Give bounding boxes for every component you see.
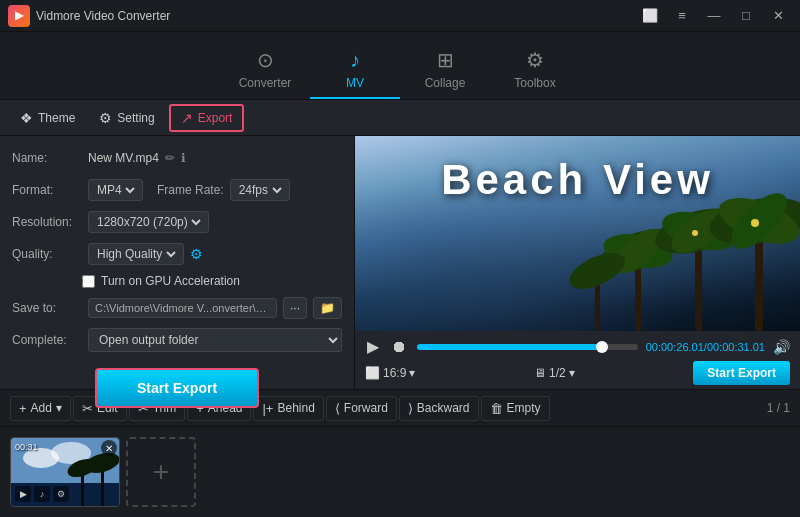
stop-button[interactable]: ⏺ <box>389 336 409 358</box>
start-export-small-button[interactable]: Start Export <box>693 361 790 385</box>
quality-dropdown[interactable]: High Quality <box>93 246 179 262</box>
complete-select[interactable]: Open output folder <box>88 328 342 352</box>
gpu-row: Turn on GPU Acceleration <box>82 274 342 288</box>
close-button[interactable]: ✕ <box>764 5 792 27</box>
setting-label: Setting <box>117 111 154 125</box>
main-content: Name: New MV.mp4 ✏ ℹ Format: MP4 Frame R… <box>0 136 800 389</box>
info-icon[interactable]: ℹ <box>181 151 186 165</box>
chat-button[interactable]: ⬜ <box>636 5 664 27</box>
format-label: Format: <box>12 183 82 197</box>
page-selector-button[interactable]: 🖥 1/2 ▾ <box>534 366 575 380</box>
page-label: 1/2 <box>549 366 566 380</box>
forward-label: Forward <box>344 401 388 415</box>
title-bar: ▶ Vidmore Video Converter ⬜ ≡ — □ ✕ <box>0 0 800 32</box>
clip-settings-icon: ⚙ <box>53 486 69 502</box>
more-options-button[interactable]: ··· <box>283 297 307 319</box>
name-label: Name: <box>12 151 82 165</box>
right-panel: Beach View <box>355 136 800 389</box>
browse-button[interactable]: 📁 <box>313 297 342 319</box>
video-controls: ▶ ⏺ 00:00:26.01/00:00:31.01 🔊 ⬜ 16:9 ▾ <box>355 331 800 389</box>
mv-icon: ♪ <box>350 49 360 72</box>
format-select[interactable]: MP4 <box>88 179 143 201</box>
complete-row: Complete: Open output folder <box>12 328 342 352</box>
backward-label: Backward <box>417 401 470 415</box>
tab-toolbox-label: Toolbox <box>514 76 555 90</box>
tab-mv[interactable]: ♪ MV <box>310 41 400 99</box>
time-display: 00:00:26.01/00:00:31.01 <box>646 341 765 353</box>
clip-duration: 00:31 <box>15 442 38 452</box>
aspect-ratio-button[interactable]: ⬜ 16:9 ▾ <box>365 366 415 380</box>
clip-audio-icon: ♪ <box>34 486 50 502</box>
theme-button[interactable]: ❖ Theme <box>10 106 85 130</box>
title-bar-controls: ⬜ ≡ — □ ✕ <box>636 5 792 27</box>
name-value: New MV.mp4 <box>88 151 159 165</box>
toolbox-icon: ⚙ <box>526 48 544 72</box>
timeline-page-count: 1 / 1 <box>767 401 790 415</box>
progress-fill <box>417 344 602 350</box>
export-button[interactable]: ↗ Export <box>169 104 245 132</box>
empty-label: Empty <box>507 401 541 415</box>
theme-label: Theme <box>38 111 75 125</box>
tab-converter[interactable]: ⊙ Converter <box>220 41 310 99</box>
clip-close-button[interactable]: ✕ <box>101 440 117 456</box>
theme-icon: ❖ <box>20 110 33 126</box>
progress-row: ▶ ⏺ 00:00:26.01/00:00:31.01 🔊 <box>365 335 790 358</box>
backward-icon: ⟩ <box>408 401 413 416</box>
setting-button[interactable]: ⚙ Setting <box>89 106 164 130</box>
quality-label: Quality: <box>12 247 82 261</box>
timeline-clip-1[interactable]: 00:31 ✕ ▶ ♪ ⚙ <box>10 437 120 507</box>
progress-bar[interactable] <box>417 344 638 350</box>
resolution-select[interactable]: 1280x720 (720p) <box>88 211 209 233</box>
backward-button[interactable]: ⟩ Backward <box>399 396 479 421</box>
aspect-ratio-icon: ⬜ <box>365 366 380 380</box>
clip-play-icon: ▶ <box>15 486 31 502</box>
gpu-checkbox[interactable] <box>82 275 95 288</box>
left-panel: Name: New MV.mp4 ✏ ℹ Format: MP4 Frame R… <box>0 136 355 389</box>
frame-rate-dropdown[interactable]: 24fps <box>235 182 285 198</box>
save-path: C:\Vidmore\Vidmore V...onverter\MV Expor… <box>88 298 277 318</box>
resolution-dropdown[interactable]: 1280x720 (720p) <box>93 214 204 230</box>
tab-collage[interactable]: ⊞ Collage <box>400 41 490 99</box>
gpu-label: Turn on GPU Acceleration <box>101 274 240 288</box>
edit-icon[interactable]: ✏ <box>165 151 175 165</box>
svg-point-14 <box>751 219 759 227</box>
play-button[interactable]: ▶ <box>365 335 381 358</box>
save-label: Save to: <box>12 301 82 315</box>
aspect-ratio-chevron: ▾ <box>409 366 415 380</box>
page-icon: 🖥 <box>534 366 546 380</box>
video-preview: Beach View <box>355 136 800 331</box>
tab-bar: ⊙ Converter ♪ MV ⊞ Collage ⚙ Toolbox <box>0 32 800 100</box>
empty-button[interactable]: 🗑 Empty <box>481 396 550 421</box>
converter-icon: ⊙ <box>257 48 274 72</box>
quality-gear-button[interactable]: ⚙ <box>190 246 203 262</box>
frame-rate-select[interactable]: 24fps <box>230 179 290 201</box>
start-export-button[interactable]: Start Export <box>95 368 259 408</box>
aspect-ratio-label: 16:9 <box>383 366 406 380</box>
minimize-button[interactable]: — <box>700 5 728 27</box>
quality-select[interactable]: High Quality <box>88 243 184 265</box>
menu-button[interactable]: ≡ <box>668 5 696 27</box>
add-clip-button[interactable]: + <box>126 437 196 507</box>
empty-icon: 🗑 <box>490 401 503 416</box>
maximize-button[interactable]: □ <box>732 5 760 27</box>
format-dropdown[interactable]: MP4 <box>93 182 138 198</box>
sub-toolbar: ❖ Theme ⚙ Setting ↗ Export <box>0 100 800 136</box>
progress-thumb[interactable] <box>596 341 608 353</box>
tab-toolbox[interactable]: ⚙ Toolbox <box>490 41 580 99</box>
svg-point-15 <box>692 230 698 236</box>
frame-rate-label: Frame Rate: <box>157 183 224 197</box>
tab-mv-label: MV <box>346 76 364 90</box>
complete-label: Complete: <box>12 333 82 347</box>
palm-trees-decoration <box>355 171 800 331</box>
title-bar-left: ▶ Vidmore Video Converter <box>8 5 170 27</box>
resolution-label: Resolution: <box>12 215 82 229</box>
quality-row: Quality: High Quality ⚙ <box>12 242 342 266</box>
save-row: Save to: C:\Vidmore\Vidmore V...onverter… <box>12 296 342 320</box>
start-export-area: ➜ Start Export <box>12 368 342 408</box>
app-logo: ▶ <box>8 5 30 27</box>
timeline: 00:31 ✕ ▶ ♪ ⚙ + <box>0 427 800 517</box>
setting-icon: ⚙ <box>99 110 112 126</box>
volume-button[interactable]: 🔊 <box>773 339 790 355</box>
resolution-row: Resolution: 1280x720 (720p) <box>12 210 342 234</box>
title-bar-title: Vidmore Video Converter <box>36 9 170 23</box>
